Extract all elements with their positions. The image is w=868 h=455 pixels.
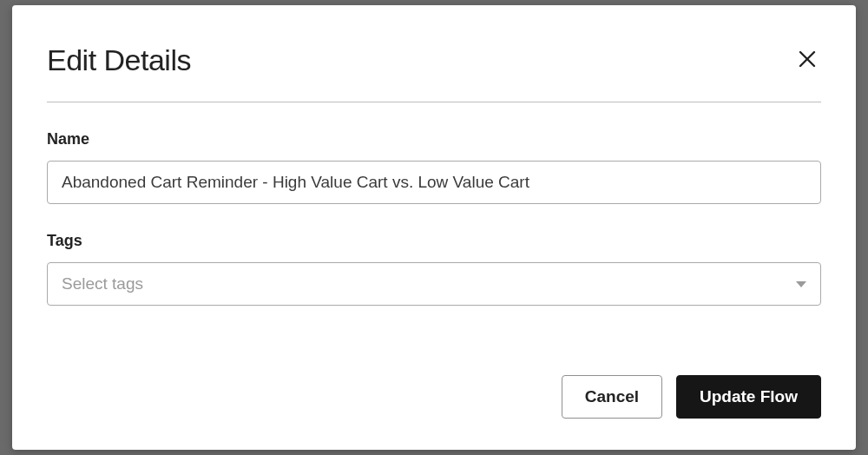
close-button[interactable] xyxy=(793,45,821,76)
tags-placeholder: Select tags xyxy=(62,274,143,293)
tags-select[interactable]: Select tags xyxy=(47,262,821,306)
modal-header: Edit Details xyxy=(47,43,821,102)
close-icon xyxy=(797,49,818,72)
tags-label: Tags xyxy=(47,232,821,250)
edit-details-modal: Edit Details Name Tags Select tags xyxy=(12,5,856,450)
name-label: Name xyxy=(47,130,821,148)
modal-title: Edit Details xyxy=(47,43,191,77)
chevron-down-icon xyxy=(796,281,806,287)
name-input[interactable] xyxy=(47,161,821,204)
update-flow-button[interactable]: Update Flow xyxy=(676,375,821,419)
modal-footer: Cancel Update Flow xyxy=(47,349,821,419)
modal-backdrop: Edit Details Name Tags Select tags xyxy=(0,0,868,455)
tags-field-group: Tags Select tags xyxy=(47,232,821,306)
cancel-button[interactable]: Cancel xyxy=(562,375,662,419)
name-field-group: Name xyxy=(47,130,821,204)
